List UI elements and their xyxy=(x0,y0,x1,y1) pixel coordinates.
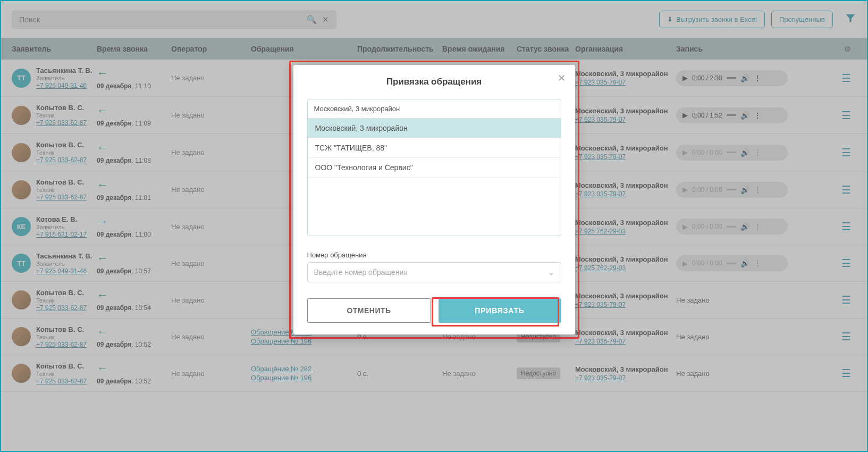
modal-title: Привязка обращения xyxy=(307,77,561,87)
cancel-button[interactable]: ОТМЕНИТЬ xyxy=(307,298,431,323)
org-options-list: Московский, 3 микрорайонТСЖ "ТАТИЩЕВ, 88… xyxy=(308,119,561,236)
request-number-select[interactable]: Введите номер обращения ⌄ xyxy=(307,262,561,282)
bind-request-modal: ✕ Привязка обращения Московский, 3 микро… xyxy=(293,65,575,334)
org-search-input[interactable]: Московский, 3 микрорайон xyxy=(308,99,561,119)
org-search-field: Московский, 3 микрорайон Московский, 3 м… xyxy=(307,99,561,236)
org-option[interactable]: Московский, 3 микрорайон xyxy=(308,119,561,138)
request-number-placeholder: Введите номер обращения xyxy=(314,268,408,277)
org-option[interactable]: ООО "Технология и Сервис" xyxy=(308,158,561,178)
request-number-label: Номер обращения xyxy=(307,251,561,259)
org-option[interactable]: ТСЖ "ТАТИЩЕВ, 88" xyxy=(308,138,561,158)
close-icon[interactable]: ✕ xyxy=(558,72,566,84)
modal-buttons: ОТМЕНИТЬ ПРИВЯЗАТЬ xyxy=(307,298,561,323)
chevron-down-icon: ⌄ xyxy=(548,268,554,277)
modal-overlay: ✕ Привязка обращения Московский, 3 микро… xyxy=(1,1,867,451)
bind-button[interactable]: ПРИВЯЗАТЬ xyxy=(439,298,561,323)
